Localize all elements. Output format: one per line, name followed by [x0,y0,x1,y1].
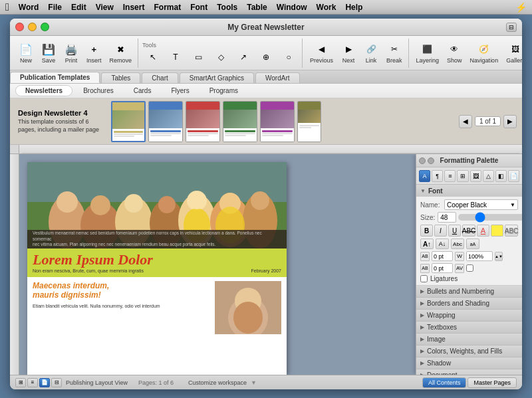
template-thumb-2[interactable] [148,101,183,142]
pub-tab-cards[interactable]: Cards [124,86,161,96]
font-size-input[interactable]: 48 [438,212,456,223]
tool-circle[interactable]: ○ [278,50,299,64]
capitalize-btn[interactable]: Abc [451,239,464,249]
tool-line[interactable]: ↗ [233,50,254,64]
tab-smartart[interactable]: SmartArt Graphics [180,72,254,83]
highlight-color-button[interactable] [491,225,503,237]
menu-word[interactable]: Word [19,3,39,12]
menu-format[interactable]: Format [154,3,181,12]
increase-size-btn[interactable]: A↑ [420,239,434,249]
bullets-numbering-section[interactable]: ▶ Bullets and Numbering [416,286,522,298]
menu-insert[interactable]: Insert [123,3,145,12]
bold-button[interactable]: B [420,225,433,237]
print-button[interactable]: 🖨️ Print [61,40,82,66]
new-button[interactable]: 📄 New [15,40,37,66]
menu-work[interactable]: Work [317,3,336,12]
tab-chart[interactable]: Chart [142,72,178,83]
palette-icon-shadow[interactable]: ◧ [495,170,507,182]
view-icon-4[interactable]: ⊟ [51,378,62,387]
kern-checkbox[interactable] [466,264,473,272]
menu-help[interactable]: Help [345,3,362,12]
all-contents-tab[interactable]: All Contents [422,377,467,388]
layering-button[interactable]: ⬛ Layering [413,40,443,66]
palette-icon-para[interactable]: ¶ [432,170,443,182]
master-pages-tab[interactable]: Master Pages [467,377,517,388]
ligatures-checkbox[interactable] [420,275,428,282]
palette-minimize[interactable] [428,157,434,164]
document-section[interactable]: ▶ Document [416,369,522,375]
textboxes-section[interactable]: ▶ Textboxes [416,322,522,334]
document-canvas[interactable]: Vestibulum menaerrat nemac sed benidum f… [19,154,416,375]
palette-icon-shape[interactable]: △ [483,170,494,182]
tool-cursor[interactable]: ↖ [142,50,164,64]
menu-tools[interactable]: Tools [217,3,237,12]
break-button[interactable]: ✂ Break [383,40,406,66]
palette-icon-table[interactable]: ⊞ [457,170,468,182]
pub-tab-programs[interactable]: Programs [200,86,247,96]
font-name-input[interactable]: Cooper Black ▼ [444,199,518,210]
template-thumb-3[interactable] [186,101,220,142]
palette-close[interactable] [419,157,426,164]
next-arrow[interactable]: ▶ [503,115,517,128]
shadow-section[interactable]: ▶ Shadow [416,357,522,369]
font-size-slider[interactable] [458,214,522,221]
close-button[interactable] [15,23,24,31]
palette-icon-image[interactable]: 🖼 [470,170,481,182]
apple-icon[interactable]:  [5,1,9,13]
minimize-button[interactable] [28,23,37,31]
colors-weights-section[interactable]: ▶ Colors, Weights, and Fills [416,346,522,357]
view-icon-2[interactable]: ≡ [27,378,38,387]
menu-edit[interactable]: Edit [71,3,86,12]
width-stepper[interactable]: ▲▼ [495,252,503,261]
link-button[interactable]: 🔗 Link [360,40,382,66]
tool-shape[interactable]: ◇ [210,50,231,64]
gallery-button[interactable]: 🖼 Gallery [503,40,522,66]
underline-button[interactable]: U [448,225,461,237]
tool-rect[interactable]: ▭ [188,50,209,64]
baseline-value[interactable]: 0 pt [432,263,453,273]
view-icon-3[interactable]: 📄 [39,378,50,387]
navigation-button[interactable]: 🧭 Navigation [467,40,502,66]
italic-button[interactable]: I [434,225,447,237]
width-value[interactable]: 100% [466,251,493,261]
template-thumb-5[interactable] [260,101,295,142]
font-color-button[interactable]: A [477,225,489,237]
tab-publication-templates[interactable]: Publication Templates [10,72,100,83]
template-thumb-4[interactable] [223,101,257,142]
borders-shading-section[interactable]: ▶ Borders and Shading [416,298,522,310]
prev-arrow[interactable]: ◀ [459,115,472,128]
char-space-value[interactable]: 0 pt [432,251,453,261]
tool-text[interactable]: T [165,50,186,64]
palette-icon-doc[interactable]: 📄 [508,170,519,182]
next-button[interactable]: ▶ Next [338,40,359,66]
menu-font[interactable]: Font [190,3,207,12]
tab-wordart[interactable]: WordArt [255,72,300,83]
template-thumb-1[interactable] [111,101,146,142]
view-icon-1[interactable]: ⊞ [15,378,26,387]
remove-button[interactable]: ✖ Remove [106,40,136,66]
pub-tab-brochures[interactable]: Brochures [74,86,123,96]
pub-tab-flyers[interactable]: Flyers [162,86,198,96]
decrease-size-btn[interactable]: A↓ [436,239,449,249]
wrapping-section[interactable]: ▶ Wrapping [416,310,522,322]
window-zoom-button[interactable]: ⊟ [506,23,517,32]
menu-table[interactable]: Table [247,3,267,12]
menu-view[interactable]: View [96,3,114,12]
strikethrough-button[interactable]: ABC [462,225,475,237]
tab-tables[interactable]: Tables [101,72,140,83]
shadow-text-button[interactable]: ABC [505,225,518,237]
menu-window[interactable]: Window [277,3,307,12]
palette-icon-text[interactable]: A [419,170,430,182]
pub-tab-newsletters[interactable]: Newsletters [15,85,72,96]
save-button[interactable]: 💾 Save [38,40,59,66]
insert-button[interactable]: + Insert [83,40,105,66]
show-button[interactable]: 👁 Show [444,40,466,66]
font-section-header[interactable]: ▼ Font [416,185,522,197]
palette-icon-list[interactable]: ≡ [444,170,456,182]
maximize-button[interactable] [41,23,49,31]
image-section[interactable]: ▶ Image [416,334,522,346]
uppercase-btn[interactable]: aA [466,239,479,249]
customize-workspace[interactable]: Customize workspace [188,379,247,386]
tool-image[interactable]: ⊕ [255,50,277,64]
menu-file[interactable]: File [48,3,62,12]
